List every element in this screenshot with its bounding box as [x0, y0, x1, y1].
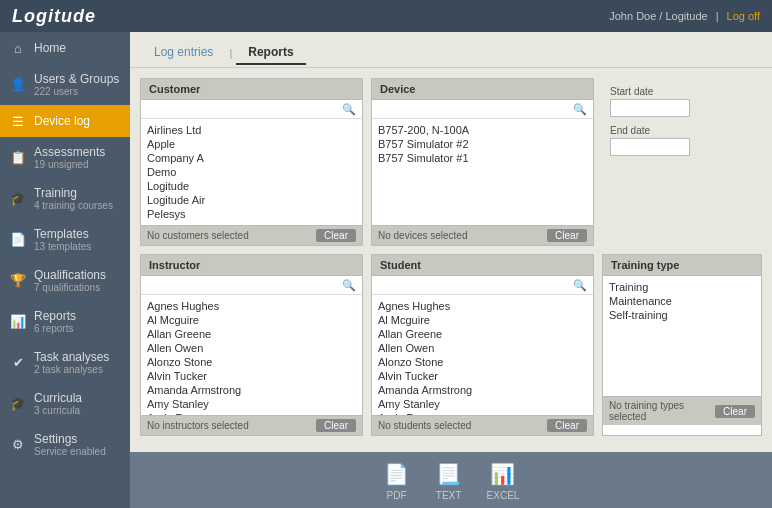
- list-item[interactable]: Amanda Armstrong: [147, 383, 356, 397]
- sidebar-item-qualifications[interactable]: 🏆 Qualifications 7 qualifications: [0, 260, 130, 301]
- list-item[interactable]: Company A: [147, 151, 356, 165]
- student-search-input[interactable]: [378, 279, 587, 291]
- instructor-header: Instructor: [141, 255, 362, 276]
- training-type-footer: No training types selected Clear: [603, 396, 761, 425]
- student-search-icon: 🔍: [573, 279, 587, 292]
- list-item[interactable]: Alvin Tucker: [378, 369, 587, 383]
- customer-list[interactable]: Airlines LtdAppleCompany ADemoLogitudeLo…: [141, 119, 362, 225]
- sidebar-label-reports: Reports: [34, 309, 76, 323]
- list-item[interactable]: Alonzo Stone: [378, 355, 587, 369]
- sidebar-item-home[interactable]: ⌂ Home: [0, 32, 130, 64]
- list-item[interactable]: Apple: [147, 137, 356, 151]
- list-item[interactable]: Al Mcguire: [147, 313, 356, 327]
- tab-reports[interactable]: Reports: [236, 41, 305, 65]
- qualifications-icon: 🏆: [10, 273, 26, 289]
- sidebar-item-assessments[interactable]: 📋 Assessments 19 unsigned: [0, 137, 130, 178]
- list-item[interactable]: Allen Owen: [378, 341, 587, 355]
- device-list[interactable]: B757-200, N-100AB757 Simulator #2B757 Si…: [372, 119, 593, 225]
- device-search-icon: 🔍: [573, 103, 587, 116]
- instructor-search-icon: 🔍: [342, 279, 356, 292]
- list-item[interactable]: B757-200, N-100A: [378, 123, 587, 137]
- list-item[interactable]: Self-training: [609, 308, 755, 322]
- device-status: No devices selected: [378, 230, 468, 241]
- sidebar-label-templates: Templates: [34, 227, 91, 241]
- logo: Logitude: [12, 6, 96, 27]
- reports-icon: 📊: [10, 314, 26, 330]
- tab-divider: |: [229, 47, 232, 59]
- start-date-field: Start date: [610, 86, 754, 117]
- export-toolbar: 📄 PDF 📃 TEXT 📊 EXCEL: [130, 452, 772, 508]
- tab-log-entries[interactable]: Log entries: [142, 41, 225, 65]
- list-item[interactable]: Agnes Hughes: [378, 299, 587, 313]
- text-export-button[interactable]: 📃 TEXT: [435, 460, 463, 501]
- list-item[interactable]: Allen Owen: [147, 341, 356, 355]
- student-clear-button[interactable]: Clear: [547, 419, 587, 432]
- end-date-input[interactable]: [610, 138, 690, 156]
- training-type-list[interactable]: TrainingMaintenanceSelf-training: [603, 276, 761, 396]
- pdf-export-button[interactable]: 📄 PDF: [383, 460, 411, 501]
- list-item[interactable]: Training: [609, 280, 755, 294]
- pdf-label: PDF: [387, 490, 407, 501]
- customer-search-icon: 🔍: [342, 103, 356, 116]
- instructor-filter: Instructor 🔍 Agnes HughesAl McguireAllan…: [140, 254, 363, 436]
- sidebar-sub-curricula: 3 curricula: [34, 405, 82, 416]
- device-clear-button[interactable]: Clear: [547, 229, 587, 242]
- sidebar-label-task-analyses: Task analyses: [34, 350, 109, 364]
- training-type-clear-button[interactable]: Clear: [715, 405, 755, 418]
- sidebar-label-users-groups: Users & Groups: [34, 72, 119, 86]
- device-footer: No devices selected Clear: [372, 225, 593, 245]
- customer-footer: No customers selected Clear: [141, 225, 362, 245]
- list-item[interactable]: Allan Greene: [147, 327, 356, 341]
- list-item[interactable]: Alvin Tucker: [147, 369, 356, 383]
- device-search-input[interactable]: [378, 103, 587, 115]
- sidebar: ⌂ Home 👤 Users & Groups 222 users ☰ Devi…: [0, 32, 130, 508]
- instructor-search: 🔍: [141, 276, 362, 295]
- list-item[interactable]: Logitude: [147, 179, 356, 193]
- instructor-search-input[interactable]: [147, 279, 356, 291]
- list-item[interactable]: Amy Stanley: [147, 397, 356, 411]
- sidebar-item-curricula[interactable]: 🎓 Curricula 3 curricula: [0, 383, 130, 424]
- device-log-icon: ☰: [10, 113, 26, 129]
- list-item[interactable]: Amy Stanley: [378, 397, 587, 411]
- end-date-label: End date: [610, 125, 754, 136]
- users-groups-icon: 👤: [10, 77, 26, 93]
- sidebar-item-device-log[interactable]: ☰ Device log: [0, 105, 130, 137]
- list-item[interactable]: Maintenance: [609, 294, 755, 308]
- end-date-field: End date: [610, 125, 754, 156]
- sidebar-item-templates[interactable]: 📄 Templates 13 templates: [0, 219, 130, 260]
- list-item[interactable]: B757 Simulator #1: [378, 151, 587, 165]
- text-label: TEXT: [436, 490, 462, 501]
- sidebar-item-reports[interactable]: 📊 Reports 6 reports: [0, 301, 130, 342]
- instructor-footer: No instructors selected Clear: [141, 415, 362, 435]
- list-item[interactable]: Al Mcguire: [378, 313, 587, 327]
- list-item[interactable]: Alonzo Stone: [147, 355, 356, 369]
- list-item[interactable]: Airlines Ltd: [147, 123, 356, 137]
- list-item[interactable]: Agnes Hughes: [147, 299, 356, 313]
- list-item[interactable]: Demo: [147, 165, 356, 179]
- start-date-label: Start date: [610, 86, 754, 97]
- instructor-list[interactable]: Agnes HughesAl McguireAllan GreeneAllen …: [141, 295, 362, 415]
- training-type-header: Training type: [603, 255, 761, 276]
- instructor-clear-button[interactable]: Clear: [316, 419, 356, 432]
- sidebar-sub-templates: 13 templates: [34, 241, 91, 252]
- list-item[interactable]: Pelesys: [147, 207, 356, 221]
- excel-icon: 📊: [489, 460, 517, 488]
- start-date-input[interactable]: [610, 99, 690, 117]
- sidebar-item-users-groups[interactable]: 👤 Users & Groups 222 users: [0, 64, 130, 105]
- filter-row-1: Customer 🔍 Airlines LtdAppleCompany ADem…: [140, 78, 762, 246]
- customer-clear-button[interactable]: Clear: [316, 229, 356, 242]
- list-item[interactable]: Allan Greene: [378, 327, 587, 341]
- log-off-link[interactable]: Log off: [727, 10, 760, 22]
- student-status: No students selected: [378, 420, 471, 431]
- customer-search-input[interactable]: [147, 103, 356, 115]
- excel-export-button[interactable]: 📊 EXCEL: [487, 460, 520, 501]
- list-item[interactable]: Amanda Armstrong: [378, 383, 587, 397]
- student-list[interactable]: Agnes HughesAl McguireAllan GreeneAllen …: [372, 295, 593, 415]
- sidebar-item-task-analyses[interactable]: ✔ Task analyses 2 task analyses: [0, 342, 130, 383]
- list-item[interactable]: B757 Simulator #2: [378, 137, 587, 151]
- sidebar-item-settings[interactable]: ⚙ Settings Service enabled: [0, 424, 130, 465]
- customer-status: No customers selected: [147, 230, 249, 241]
- sidebar-item-training[interactable]: 🎓 Training 4 training courses: [0, 178, 130, 219]
- list-item[interactable]: Logitude Air: [147, 193, 356, 207]
- task-analyses-icon: ✔: [10, 355, 26, 371]
